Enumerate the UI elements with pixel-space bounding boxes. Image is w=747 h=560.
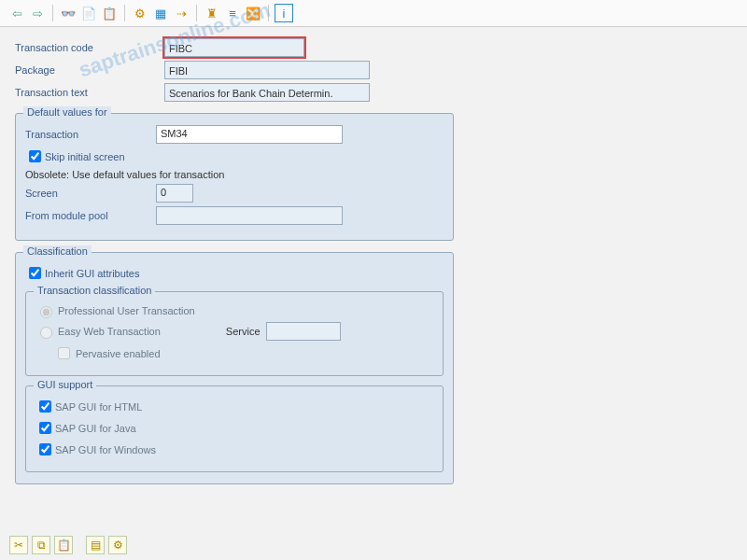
- create-icon[interactable]: 📄: [79, 4, 98, 22]
- toolbar: ⇦ ⇨ 👓 📄 📋 ⚙ ▦ ⇢ ♜ ≡ 🔀 i: [0, 0, 747, 27]
- default-values-title: Default values for: [23, 106, 111, 118]
- professional-label: Professional User Transaction: [58, 305, 195, 316]
- from-pool-label: From module pool: [25, 210, 156, 221]
- package-input: FIBI: [164, 61, 370, 79]
- gui-win-label: SAP GUI for Windows: [55, 444, 156, 455]
- gui-java-label: SAP GUI for Java: [55, 423, 136, 434]
- easyweb-label: Easy Web Transaction: [58, 326, 161, 337]
- hierarchy-icon[interactable]: ♜: [203, 4, 221, 22]
- classification-title: Classification: [23, 245, 92, 257]
- gui-java-checkbox[interactable]: [39, 422, 51, 434]
- screen-label: Screen: [25, 188, 156, 199]
- from-pool-input: [156, 206, 343, 225]
- transaction-text-input: Scenarios for Bank Chain Determin.: [164, 83, 370, 102]
- obsolete-text: Obsolete: Use default values for transac…: [25, 169, 224, 180]
- gui-html-checkbox[interactable]: [39, 400, 51, 413]
- align-icon[interactable]: ≡: [223, 4, 242, 22]
- gui-support-title: GUI support: [34, 379, 96, 390]
- transport-icon[interactable]: ⇢: [172, 4, 190, 22]
- classification-group: Classification Inherit GUI attributes Tr…: [15, 252, 454, 484]
- content: Transaction code FIBC Package FIBI Trans…: [0, 27, 747, 496]
- gui-win-checkbox[interactable]: [39, 443, 51, 455]
- package-label: Package: [15, 64, 164, 76]
- transaction-label: Transaction: [25, 129, 156, 140]
- service-input: [266, 322, 341, 341]
- copy-icon[interactable]: 📋: [100, 4, 119, 22]
- where-used-icon[interactable]: ⚙: [131, 4, 149, 22]
- transaction-text-label: Transaction text: [15, 87, 164, 98]
- gui-support-group: GUI support SAP GUI for HTML SAP GUI for…: [25, 385, 444, 472]
- easyweb-radio: [40, 327, 52, 339]
- info-icon[interactable]: i: [275, 4, 293, 22]
- switch-icon[interactable]: 🔀: [244, 4, 262, 22]
- default-values-group: Default values for Transaction SM34 Skip…: [15, 113, 454, 241]
- trans-class-title: Transaction classification: [34, 285, 155, 296]
- inherit-checkbox[interactable]: [29, 267, 41, 279]
- transaction-code-input[interactable]: FIBC: [164, 38, 304, 57]
- service-label: Service: [226, 326, 261, 337]
- forward-icon[interactable]: ⇨: [28, 4, 47, 22]
- transaction-input[interactable]: SM34: [156, 125, 343, 144]
- glasses-icon[interactable]: 👓: [59, 4, 78, 22]
- skip-initial-label: Skip initial screen: [45, 151, 125, 162]
- screen-input: 0: [156, 184, 193, 203]
- pervasive-checkbox: [58, 347, 70, 359]
- transaction-classification-group: Transaction classification Professional …: [25, 291, 444, 376]
- inherit-label: Inherit GUI attributes: [45, 268, 140, 279]
- professional-radio: [40, 306, 52, 318]
- back-icon[interactable]: ⇦: [7, 4, 26, 22]
- object-list-icon[interactable]: ▦: [151, 4, 170, 22]
- gui-html-label: SAP GUI for HTML: [55, 401, 142, 413]
- pervasive-label: Pervasive enabled: [76, 348, 161, 359]
- skip-initial-checkbox[interactable]: [29, 150, 41, 162]
- transaction-code-label: Transaction code: [15, 42, 164, 53]
